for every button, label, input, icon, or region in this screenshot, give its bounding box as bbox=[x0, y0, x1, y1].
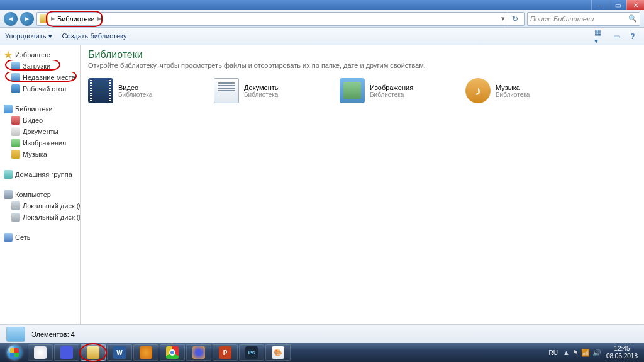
content-pane: Библиотеки Откройте библиотеку, чтобы пр… bbox=[80, 45, 644, 324]
breadcrumb-dropdown[interactable]: ▾ bbox=[501, 14, 505, 23]
search-icon[interactable]: 🔍 bbox=[628, 14, 637, 23]
navigation-pane: Избранное Загрузки Недавние места Рабочи… bbox=[0, 45, 80, 324]
search-placeholder: Поиск: Библиотеки bbox=[530, 15, 594, 23]
computer-icon bbox=[4, 190, 13, 199]
word-icon: W bbox=[113, 346, 126, 359]
sidebar-network[interactable]: Сеть bbox=[0, 232, 80, 243]
nav-forward-button[interactable]: ► bbox=[20, 12, 34, 26]
desktop-icon bbox=[11, 84, 20, 93]
tray-network-icon[interactable]: 📶 bbox=[581, 349, 590, 357]
view-button[interactable]: ▦ ▾ bbox=[594, 31, 606, 42]
library-item-music[interactable]: МузыкаБиблиотека bbox=[465, 78, 579, 103]
windows-orb-icon bbox=[7, 345, 22, 360]
libraries-icon bbox=[40, 14, 48, 23]
sidebar-drive-c[interactable]: Локальный диск (C bbox=[0, 200, 80, 212]
window-controls: – ▭ ✕ bbox=[591, 0, 644, 10]
help-button[interactable]: ? bbox=[626, 31, 639, 42]
library-items: ВидеоБиблиотека ДокументыБиблиотека Изоб… bbox=[88, 78, 636, 103]
explorer-icon bbox=[87, 346, 99, 359]
nav-back-button[interactable]: ◄ bbox=[4, 12, 18, 26]
clock-date: 08.06.2018 bbox=[606, 353, 638, 360]
sidebar-favorites[interactable]: Избранное bbox=[0, 49, 80, 60]
taskbar-mic[interactable] bbox=[54, 344, 79, 361]
homegroup-icon bbox=[4, 170, 13, 179]
clock[interactable]: 12:45 08.06.2018 bbox=[606, 345, 638, 360]
mic-icon bbox=[60, 346, 73, 359]
documents-library-icon bbox=[214, 78, 239, 103]
system-tray: RU ▲ ⚑ 📶 🔊 12:45 08.06.2018 bbox=[549, 345, 641, 360]
library-item-documents[interactable]: ДокументыБиблиотека bbox=[214, 78, 327, 103]
paint-icon bbox=[272, 346, 284, 359]
preview-pane-button[interactable]: ▭ bbox=[610, 31, 623, 42]
item-count: Элементов: 4 bbox=[31, 331, 75, 338]
photoshop-icon: Ps bbox=[245, 346, 258, 359]
taskbar-yandex[interactable] bbox=[28, 344, 53, 361]
app-icon bbox=[34, 346, 47, 359]
sidebar-downloads[interactable]: Загрузки bbox=[0, 60, 80, 72]
clock-time: 12:45 bbox=[606, 345, 638, 353]
taskbar-word[interactable]: W bbox=[107, 344, 132, 361]
firefox-icon bbox=[192, 346, 205, 359]
music-icon bbox=[11, 150, 20, 159]
sidebar-desktop[interactable]: Рабочий стол bbox=[0, 83, 80, 94]
mediaplayer-icon bbox=[140, 346, 152, 359]
network-icon bbox=[4, 233, 13, 242]
status-bar: Элементов: 4 bbox=[0, 324, 644, 343]
minimize-button[interactable]: – bbox=[591, 0, 609, 10]
start-button[interactable] bbox=[3, 344, 26, 361]
address-bar: ◄ ► ▶ Библиотеки ▶ ▾ ↻ Поиск: Библиотеки… bbox=[0, 10, 644, 28]
taskbar-powerpoint[interactable]: P bbox=[213, 344, 238, 361]
breadcrumb[interactable]: ▶ Библиотеки ▶ ▾ ↻ bbox=[36, 12, 525, 26]
powerpoint-icon: P bbox=[219, 346, 231, 359]
close-button[interactable]: ✕ bbox=[626, 0, 644, 10]
taskbar-paint[interactable] bbox=[265, 344, 291, 361]
sidebar-music[interactable]: Музыка bbox=[0, 149, 80, 160]
chevron-right-icon[interactable]: ▶ bbox=[97, 16, 101, 21]
language-indicator[interactable]: RU bbox=[549, 349, 558, 356]
tray-up-icon[interactable]: ▲ bbox=[563, 349, 570, 357]
video-icon bbox=[11, 116, 20, 125]
music-library-icon bbox=[465, 78, 491, 103]
video-library-icon bbox=[88, 78, 113, 103]
taskbar-chrome[interactable] bbox=[160, 344, 185, 361]
command-bar: Упорядочить ▾ Создать библиотеку ▦ ▾ ▭ ? bbox=[0, 28, 644, 45]
sidebar-computer[interactable]: Компьютер bbox=[0, 189, 80, 200]
star-icon bbox=[4, 50, 13, 59]
sidebar-libraries[interactable]: Библиотеки bbox=[0, 103, 80, 115]
selection-thumbnail-icon bbox=[6, 327, 25, 342]
taskbar-firefox[interactable] bbox=[186, 344, 211, 361]
chrome-icon bbox=[166, 346, 179, 359]
new-library-button[interactable]: Создать библиотеку bbox=[62, 32, 127, 40]
download-icon bbox=[11, 62, 20, 71]
taskbar: W P Ps RU ▲ ⚑ 📶 🔊 12:45 08.06.2018 bbox=[0, 343, 644, 362]
maximize-button[interactable]: ▭ bbox=[609, 0, 626, 10]
taskbar-photoshop[interactable]: Ps bbox=[239, 344, 264, 361]
sidebar-drive-d[interactable]: Локальный диск (D bbox=[0, 212, 80, 223]
page-title: Библиотеки bbox=[88, 49, 636, 60]
tray-volume-icon[interactable]: 🔊 bbox=[592, 349, 601, 357]
tray-flag-icon[interactable]: ⚑ bbox=[572, 349, 579, 357]
chevron-right-icon[interactable]: ▶ bbox=[51, 16, 55, 21]
page-subtitle: Откройте библиотеку, чтобы просмотреть ф… bbox=[88, 62, 636, 69]
sidebar-homegroup[interactable]: Домашняя группа bbox=[0, 169, 80, 180]
taskbar-mediaplayer[interactable] bbox=[133, 344, 158, 361]
breadcrumb-label[interactable]: Библиотеки bbox=[57, 15, 95, 23]
taskbar-explorer[interactable] bbox=[80, 344, 106, 361]
recent-icon bbox=[11, 73, 20, 82]
titlebar: – ▭ ✕ bbox=[0, 0, 644, 10]
organize-button[interactable]: Упорядочить ▾ bbox=[5, 32, 52, 40]
sidebar-images[interactable]: Изображения bbox=[0, 137, 80, 149]
drive-icon bbox=[11, 213, 20, 222]
sidebar-video[interactable]: Видео bbox=[0, 115, 80, 126]
sidebar-documents[interactable]: Документы bbox=[0, 126, 80, 137]
sidebar-recent[interactable]: Недавние места bbox=[0, 72, 80, 83]
images-library-icon bbox=[340, 78, 365, 103]
document-icon bbox=[11, 127, 20, 136]
search-input[interactable]: Поиск: Библиотеки 🔍 bbox=[527, 12, 640, 26]
libraries-icon bbox=[4, 105, 13, 113]
image-icon bbox=[11, 139, 20, 147]
drive-icon bbox=[11, 201, 20, 210]
refresh-button[interactable]: ↻ bbox=[508, 12, 521, 26]
library-item-video[interactable]: ВидеоБиблиотека bbox=[88, 78, 201, 103]
library-item-images[interactable]: ИзображенияБиблиотека bbox=[340, 78, 453, 103]
